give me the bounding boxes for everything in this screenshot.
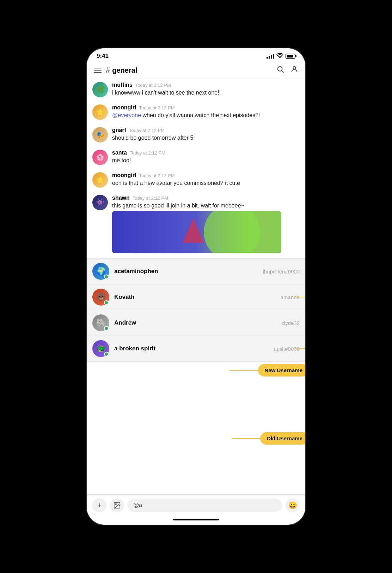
member-avatar-wrap: 🐲 <box>92 340 109 357</box>
online-indicator <box>104 300 109 305</box>
image-preview <box>112 211 281 253</box>
message-row: 👾 shawn Today at 2:12 PM this game is so… <box>87 191 305 258</box>
member-row: 🌍 acetaminophen ibuprofen#0000 <box>87 259 305 284</box>
avatar: 🌟 <box>92 104 108 120</box>
member-display-name: acetaminophen <box>114 268 158 275</box>
image-button[interactable] <box>110 498 124 512</box>
avatar: 🌿 <box>92 82 108 97</box>
member-display-name: Kovath <box>114 294 135 300</box>
online-indicator <box>104 326 109 331</box>
message-text: should be good tomorrow after 5 <box>112 134 300 142</box>
member-row: 🐘 Andrew clyde32 <box>87 310 305 336</box>
member-right: ibuprofen#0000 <box>263 269 300 275</box>
timestamp: Today at 2:12 PM <box>135 83 171 88</box>
nav-icons <box>276 65 298 75</box>
online-indicator <box>104 275 109 279</box>
wifi-icon <box>276 53 283 60</box>
battery-icon <box>286 54 295 59</box>
members-section: 🌍 acetaminophen ibuprofen#0000 <box>87 258 305 362</box>
timestamp: Today at 2:12 PM <box>129 128 165 133</box>
profile-button[interactable] <box>290 65 298 75</box>
home-indicator <box>173 519 219 520</box>
svg-line-1 <box>282 71 283 72</box>
member-display-name: a broken spirit <box>114 345 155 352</box>
member-avatar-wrap: 🐻 <box>92 289 109 306</box>
message-row: 🎭 gnarf Today at 2:12 PM should be good … <box>87 123 305 146</box>
avatar: 🌟 <box>92 172 108 188</box>
svg-point-2 <box>293 67 295 69</box>
username: moongirl <box>112 172 136 179</box>
svg-point-7 <box>115 503 116 505</box>
avatar: 🎭 <box>92 127 108 143</box>
phone-content: 9:41 <box>87 48 305 525</box>
message-row: 🌟 moongirl Today at 2:12 PM @everyone wh… <box>87 101 305 123</box>
add-button[interactable]: + <box>92 498 106 512</box>
username: shawn <box>112 195 130 201</box>
message-content: moongirl Today at 2:12 PM @everyone when… <box>112 104 300 119</box>
member-username: clyde32 <box>281 320 300 326</box>
timestamp: Today at 2:12 PM <box>139 105 174 110</box>
member-right: clyde32 <box>281 320 300 326</box>
channel-title: # general <box>106 66 272 75</box>
username: santa <box>112 150 127 156</box>
member-row: 🐲 a broken spirit uplift#0000 <box>87 336 305 362</box>
timestamp: Today at 2:12 PM <box>133 195 168 201</box>
message-row: 🌟 moongirl Today at 2:12 PM ooh is that … <box>87 169 305 191</box>
username: muffins <box>112 82 133 88</box>
chat-area: 🌿 muffins Today at 2:12 PM i knowwww i c… <box>87 78 305 494</box>
message-row: 🌸 santa Today at 2:12 PM me too! <box>87 146 305 169</box>
member-display-name: Andrew <box>114 319 136 326</box>
avatar: 👾 <box>92 195 108 210</box>
svg-point-4 <box>204 211 260 253</box>
input-bar: + 😀 <box>87 494 305 516</box>
online-indicator <box>104 352 109 356</box>
message-content: shawn Today at 2:12 PM this game is so g… <box>112 195 300 255</box>
emoji-button[interactable]: 😀 <box>286 498 300 512</box>
hamburger-menu-button[interactable] <box>94 68 102 73</box>
username: moongirl <box>112 104 136 111</box>
member-avatar-wrap: 🐘 <box>92 314 109 331</box>
signal-icon <box>267 54 274 59</box>
status-icons <box>267 53 295 60</box>
hash-icon: # <box>106 66 110 75</box>
message-row: 🌿 muffins Today at 2:12 PM i knowwww i c… <box>87 78 305 101</box>
timestamp: Today at 2:12 PM <box>130 150 165 156</box>
phone-frame: New Username Old Username 9:41 <box>87 48 305 525</box>
timestamp: Today at 2:12 PM <box>139 173 174 178</box>
message-text: me too! <box>112 157 300 164</box>
member-info: acetaminophen <box>114 268 263 275</box>
nav-bar: # general <box>87 62 305 78</box>
message-content: muffins Today at 2:12 PM i knowwww i can… <box>112 82 300 97</box>
member-info: a broken spirit <box>114 345 274 352</box>
status-time: 9:41 <box>97 53 109 60</box>
message-text: @everyone when do y'all wanna watch the … <box>112 111 300 119</box>
annotation-line <box>295 297 305 297</box>
message-text: ooh is that a new avatar you commissione… <box>112 179 300 187</box>
message-content: gnarf Today at 2:12 PM should be good to… <box>112 127 300 142</box>
message-input[interactable] <box>128 499 282 512</box>
avatar: 🌸 <box>92 150 108 165</box>
channel-name: general <box>112 66 137 74</box>
member-info: Andrew <box>114 319 281 326</box>
image-icon <box>113 501 121 509</box>
mention: @everyone <box>112 112 141 118</box>
message-text: this game is so good ill join in a bit. … <box>112 202 300 210</box>
plus-icon: + <box>97 501 102 509</box>
message-content: santa Today at 2:12 PM me too! <box>112 150 300 164</box>
message-text: i knowwww i can't wait to see the next o… <box>112 89 300 97</box>
member-row: 🐻 Kovath amanda <box>87 284 305 310</box>
member-info: Kovath <box>114 294 281 301</box>
search-button[interactable] <box>276 65 284 75</box>
status-bar: 9:41 <box>87 48 305 62</box>
annotation-line <box>295 348 305 349</box>
username: gnarf <box>112 127 126 133</box>
emoji-icon: 😀 <box>288 501 297 509</box>
member-avatar-wrap: 🌍 <box>92 263 109 280</box>
message-content: moongirl Today at 2:12 PM ooh is that a … <box>112 172 300 187</box>
member-username: ibuprofen#0000 <box>263 269 300 275</box>
